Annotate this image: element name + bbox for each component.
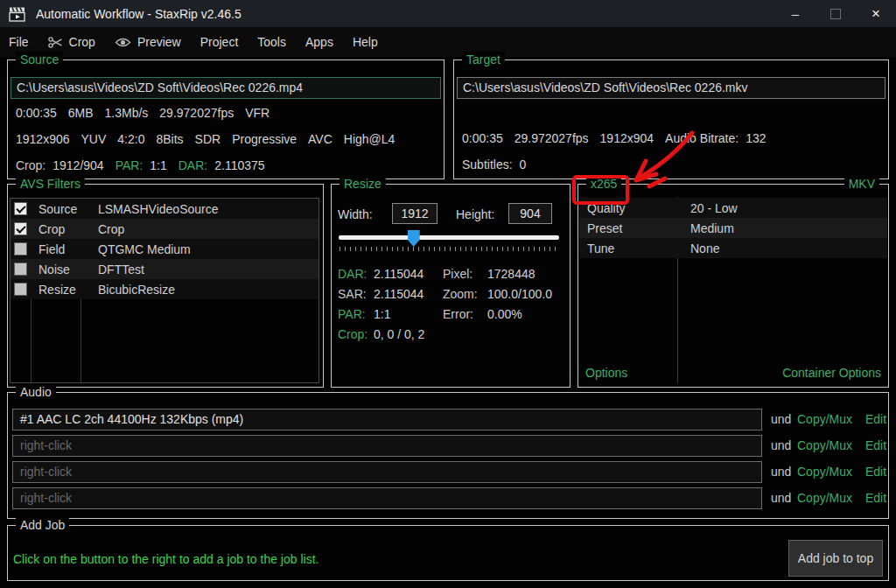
maximize-button[interactable] — [816, 0, 856, 27]
resize-par-link[interactable]: PAR: — [338, 304, 366, 324]
add-job-group-label: Add Job — [16, 517, 69, 534]
container-options-link[interactable]: Container Options — [782, 364, 881, 382]
scissors-icon — [48, 36, 63, 49]
resize-crop-link[interactable]: Crop: — [338, 325, 368, 344]
filter-checkbox-field[interactable] — [14, 242, 27, 256]
menu-tools[interactable]: Tools — [248, 27, 296, 57]
menu-apps[interactable]: Apps — [296, 27, 343, 57]
menubar: File Crop Preview Project Tools Apps Hel… — [0, 27, 896, 57]
audio-group-label: Audio — [16, 384, 56, 401]
resize-info-row: SAR:2.115044 Zoom:100.0/100.0 — [332, 284, 570, 304]
app-window: Automatic Workflow - StaxRip v2.46.5 – ×… — [0, 0, 896, 588]
encoder-row-preset[interactable]: Preset Medium — [579, 218, 887, 238]
filter-row-noise[interactable]: Noise DFTTest — [10, 259, 318, 279]
resize-sar-label: SAR: — [338, 284, 367, 304]
filter-row-crop[interactable]: Crop Crop — [10, 219, 318, 239]
audio-track-1-input[interactable]: #1 AAC LC 2ch 44100Hz 132Kbps (mp4) — [12, 409, 762, 430]
source-dar-link[interactable]: DAR: — [178, 157, 207, 174]
source-crop-label: Crop: — [16, 157, 46, 174]
maximize-icon — [830, 9, 841, 19]
audio-copymux-link[interactable]: Copy/Mux — [797, 435, 852, 457]
menu-preview[interactable]: Preview — [105, 27, 191, 57]
add-job-group: Add Job Click on the button to the right… — [7, 525, 889, 581]
filter-row-field[interactable]: Field QTGMC Medium — [10, 239, 318, 259]
resize-info-row: DAR:2.115044 Pixel:1728448 — [332, 264, 570, 284]
close-button[interactable]: × — [856, 0, 896, 27]
width-input[interactable]: 1912 — [392, 203, 438, 224]
resize-group-label[interactable]: Resize — [340, 176, 386, 192]
filter-row-source[interactable]: Source LSMASHVideoSource — [10, 199, 318, 219]
encoder-label-x265[interactable]: x265 — [586, 176, 621, 192]
resize-group: Resize Width: 1912 Height: 904 DAR:2.115… — [331, 184, 570, 388]
height-input[interactable]: 904 — [508, 203, 552, 224]
audio-copymux-link[interactable]: Copy/Mux — [797, 409, 852, 430]
filter-checkbox-source[interactable] — [14, 202, 27, 215]
avs-filters-group: AVS Filters Source LSMASHVideoSource Cro… — [7, 184, 324, 388]
add-job-message: Click on the button to the right to add … — [13, 552, 318, 566]
source-group-label[interactable]: Source — [16, 52, 63, 68]
resize-slider[interactable] — [339, 235, 559, 240]
audio-group: Audio #1 AAC LC 2ch 44100Hz 132Kbps (mp4… — [7, 392, 889, 519]
source-path-input[interactable]: C:\Users\asus\Videos\ZD Soft\Videos\Rec … — [10, 77, 441, 99]
filter-row-resize[interactable]: Resize BicubicResize — [10, 279, 318, 299]
resize-info-row: PAR:1:1 Error:0.00% — [332, 304, 570, 324]
filter-checkbox-crop[interactable] — [14, 222, 27, 235]
encoder-settings-table: Quality 20 - Low Preset Medium Tune None — [579, 198, 887, 258]
menu-project[interactable]: Project — [191, 27, 248, 57]
filter-checkbox-resize[interactable] — [14, 283, 27, 296]
audio-track-row-4: right-click und Copy/Mux Edit — [12, 487, 884, 509]
container-label-mkv[interactable]: MKV — [844, 176, 879, 192]
audio-track-row-1: #1 AAC LC 2ch 44100Hz 132Kbps (mp4) und … — [12, 409, 884, 430]
titlebar: Automatic Workflow - StaxRip v2.46.5 – × — [0, 0, 896, 27]
target-group-label[interactable]: Target — [462, 52, 505, 68]
source-info-line-2: 1912x906YUV4:2:08BitsSDRProgressiveAVCHi… — [16, 130, 395, 148]
audio-edit-link[interactable]: Edit — [865, 435, 886, 457]
target-subtitles-line: Subtitles:0 — [462, 156, 526, 173]
width-label: Width: — [338, 206, 373, 223]
source-info-line-3: Crop:1912/904 PAR:1:1 DAR:2.110375 — [16, 157, 265, 174]
audio-edit-link[interactable]: Edit — [865, 409, 886, 430]
avs-filters-group-label[interactable]: AVS Filters — [16, 176, 85, 192]
staxrip-logo-icon — [8, 4, 27, 24]
audio-language-label[interactable]: und — [771, 409, 791, 430]
audio-edit-link[interactable]: Edit — [865, 487, 886, 509]
target-path-input[interactable]: C:\Users\asus\Videos\ZD Soft\Videos\Rec … — [457, 77, 886, 99]
audio-language-label[interactable]: und — [771, 487, 791, 509]
audio-language-label[interactable]: und — [771, 461, 791, 483]
resize-dar-link[interactable]: DAR: — [338, 264, 367, 284]
target-group: Target C:\Users\asus\Videos\ZD Soft\Vide… — [453, 60, 889, 179]
audio-track-4-input[interactable]: right-click — [12, 487, 762, 509]
add-job-to-top-button[interactable]: Add job to top — [788, 540, 883, 577]
audio-track-3-input[interactable]: right-click — [12, 461, 762, 483]
audio-track-2-input[interactable]: right-click — [12, 435, 762, 457]
target-info-line-1: 0:00:3529.972027fps1912x904 Audio Bitrat… — [462, 130, 766, 147]
audio-language-label[interactable]: und — [771, 435, 791, 457]
source-par-link[interactable]: PAR: — [116, 157, 144, 174]
window-title: Automatic Workflow - StaxRip v2.46.5 — [36, 7, 242, 21]
audio-track-row-3: right-click und Copy/Mux Edit — [12, 461, 884, 483]
source-info-line-1: 0:00:356MB1.3Mb/s29.972027fpsVFR — [16, 104, 270, 122]
encoder-options-link[interactable]: Options — [585, 364, 627, 382]
resize-info-row: Crop:0, 0 / 0, 2 — [332, 325, 570, 344]
source-group: Source C:\Users\asus\Videos\ZD Soft\Vide… — [7, 60, 444, 179]
encoder-group: x265 MKV Quality 20 - Low Preset Medium … — [578, 184, 889, 388]
window-controls: – × — [775, 0, 896, 27]
audio-copymux-link[interactable]: Copy/Mux — [797, 487, 852, 509]
audio-edit-link[interactable]: Edit — [865, 461, 886, 483]
minimize-button[interactable]: – — [775, 0, 816, 27]
eye-icon — [115, 37, 131, 48]
resize-slider-thumb[interactable] — [408, 230, 420, 247]
filters-table: Source LSMASHVideoSource Crop Crop Field… — [10, 198, 319, 383]
menu-help[interactable]: Help — [343, 27, 388, 57]
slider-tick-marks — [340, 247, 558, 251]
audio-copymux-link[interactable]: Copy/Mux — [797, 461, 852, 483]
encoder-row-tune[interactable]: Tune None — [579, 238, 887, 258]
height-label: Height: — [456, 206, 494, 223]
filter-checkbox-noise[interactable] — [14, 262, 27, 276]
encoder-row-quality[interactable]: Quality 20 - Low — [579, 198, 887, 218]
audio-track-row-2: right-click und Copy/Mux Edit — [12, 435, 884, 457]
